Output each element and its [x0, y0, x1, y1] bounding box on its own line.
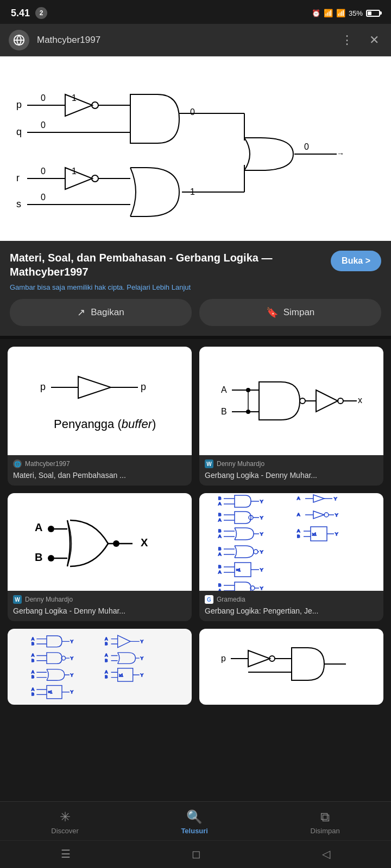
- learn-more-link[interactable]: Pelajari Lebih Lanjut: [127, 283, 191, 291]
- svg-text:0: 0: [41, 193, 46, 202]
- system-nav: ☰ ◻ ◁: [0, 840, 391, 868]
- battery-icon: [366, 10, 380, 17]
- source-icon-1: 🌐: [13, 459, 22, 468]
- svg-text:B: B: [218, 583, 221, 588]
- status-bar: 5.41 2 ⏰ 📶 📶 35%: [0, 0, 391, 24]
- svg-text:A: A: [105, 653, 108, 658]
- svg-text:A: A: [221, 385, 227, 394]
- svg-text:→: →: [337, 149, 344, 158]
- home-button[interactable]: ◻: [170, 845, 223, 863]
- nav-tabs: ✳ Discover 🔍 Telusuri ⧉ Disimpan: [0, 802, 391, 840]
- svg-marker-18: [65, 168, 92, 189]
- grid-image-5: A B Y A B Y A B: [8, 629, 192, 705]
- battery-text: 35%: [349, 9, 363, 17]
- menu-button[interactable]: ☰: [39, 845, 92, 863]
- grid-item-info-4: G Gramedia Gerbang Logika: Pengertian, J…: [199, 591, 383, 621]
- share-icon: ↗: [77, 307, 85, 318]
- svg-text:A: A: [31, 653, 34, 658]
- bottom-nav: ✳ Discover 🔍 Telusuri ⧉ Disimpan ☰ ◻ ◁: [0, 801, 391, 868]
- status-right: ⏰ 📶 📶 35%: [312, 9, 380, 17]
- svg-text:p: p: [40, 381, 46, 392]
- svg-text:B: B: [218, 546, 221, 551]
- svg-text:B: B: [31, 692, 34, 697]
- svg-text:A: A: [218, 570, 222, 575]
- svg-text:Y: Y: [334, 496, 337, 501]
- signal-icon-2: 📶: [336, 9, 345, 17]
- svg-text:1: 1: [72, 167, 77, 176]
- browser-close-button[interactable]: ✕: [366, 31, 382, 49]
- svg-text:Y: Y: [260, 567, 263, 572]
- svg-text:p: p: [16, 99, 22, 110]
- grid-item-1[interactable]: p p Penyangga (buffer) 🌐 Mathcyber1997 M…: [8, 347, 192, 486]
- svg-text:Penyangga (buffer): Penyangga (buffer): [54, 417, 156, 431]
- svg-text:A: A: [218, 501, 222, 506]
- svg-text:0: 0: [41, 93, 46, 103]
- notification-badge: 2: [35, 7, 47, 19]
- svg-text:A: A: [31, 670, 34, 675]
- svg-text:A: A: [218, 518, 222, 522]
- svg-text:A: A: [31, 687, 34, 692]
- svg-text:Y: Y: [260, 586, 263, 591]
- svg-text:B: B: [221, 407, 227, 416]
- svg-text:=1: =1: [48, 691, 52, 694]
- grid-item-4[interactable]: B A Y A Y B A: [199, 493, 383, 621]
- article-top: Materi, Soal, dan Pembahasan - Gerbang L…: [10, 251, 381, 279]
- grid-source-3: W Denny Muhardjo: [13, 595, 186, 604]
- tab-disimpan[interactable]: ⧉ Disimpan: [294, 807, 356, 837]
- svg-marker-51: [316, 390, 338, 412]
- source-icon-2: W: [205, 459, 213, 468]
- svg-text:Y: Y: [140, 640, 143, 644]
- svg-text:A: A: [31, 636, 34, 641]
- grid-item-3[interactable]: A B X W Denny Muhardjo Gerbang L: [8, 493, 192, 621]
- grid-item-5[interactable]: A B Y A B Y A B: [8, 629, 192, 705]
- browser-menu-button[interactable]: ⋮: [336, 31, 358, 49]
- tab-telusuri[interactable]: 🔍 Telusuri: [165, 807, 224, 837]
- source-icon-3: W: [13, 595, 22, 604]
- svg-text:Y: Y: [70, 690, 73, 695]
- svg-text:x: x: [358, 395, 362, 405]
- svg-text:B: B: [31, 641, 34, 646]
- signal-icon: 📶: [324, 9, 333, 17]
- tab-discover[interactable]: ✳ Discover: [35, 807, 95, 837]
- svg-text:B: B: [31, 675, 34, 680]
- share-button[interactable]: ↗ Bagikan: [10, 299, 192, 326]
- svg-text:B: B: [297, 534, 300, 539]
- save-button[interactable]: 🔖 Simpan: [199, 299, 381, 326]
- site-icon: [9, 30, 29, 50]
- svg-text:Y: Y: [260, 515, 263, 520]
- svg-marker-174: [248, 650, 270, 667]
- svg-marker-5: [65, 94, 92, 116]
- svg-text:p: p: [221, 654, 226, 663]
- grid-item-6[interactable]: p: [199, 629, 383, 705]
- svg-text:B: B: [105, 675, 108, 680]
- browser-url[interactable]: Mathcyber1997: [37, 35, 328, 46]
- grid-title-2: Gerbang Logika - Denny Muhar...: [205, 470, 378, 480]
- grid-source-2: W Denny Muhardjo: [205, 459, 378, 468]
- svg-text:=1: =1: [236, 568, 241, 572]
- open-button[interactable]: Buka >: [331, 251, 381, 271]
- grid-title-1: Materi, Soal, dan Pembahasan ...: [13, 470, 186, 480]
- search-icon: 🔍: [186, 809, 203, 825]
- svg-text:B: B: [218, 496, 221, 501]
- svg-text:A: A: [35, 521, 42, 533]
- svg-text:Y: Y: [140, 656, 143, 661]
- back-button[interactable]: ◁: [300, 845, 352, 863]
- copyright-notice: Gambar bisa saja memiliki hak cipta. Pel…: [10, 283, 381, 299]
- grid-item-2[interactable]: A B x W D: [199, 347, 383, 486]
- svg-text:A: A: [105, 670, 108, 675]
- tab-telusuri-label: Telusuri: [181, 827, 208, 835]
- svg-marker-84: [313, 511, 324, 519]
- svg-text:q: q: [16, 126, 22, 137]
- grid-item-info-3: W Denny Muhardjo Gerbang Logika - Denny …: [8, 591, 192, 621]
- image-grid: p p Penyangga (buffer) 🌐 Mathcyber1997 M…: [0, 339, 391, 712]
- svg-text:p: p: [141, 381, 146, 392]
- svg-text:B: B: [105, 658, 108, 663]
- grid-item-info-1: 🌐 Mathcyber1997 Materi, Soal, dan Pembah…: [8, 455, 192, 486]
- svg-text:A: A: [218, 588, 222, 591]
- main-image: p 0 1 q 0 0 r 0 1 s 0 1: [0, 56, 391, 241]
- grid-source-4: G Gramedia: [205, 595, 378, 604]
- svg-text:A: A: [297, 528, 300, 533]
- svg-marker-72: [313, 495, 324, 502]
- svg-text:B: B: [105, 641, 108, 646]
- svg-point-49: [300, 398, 305, 404]
